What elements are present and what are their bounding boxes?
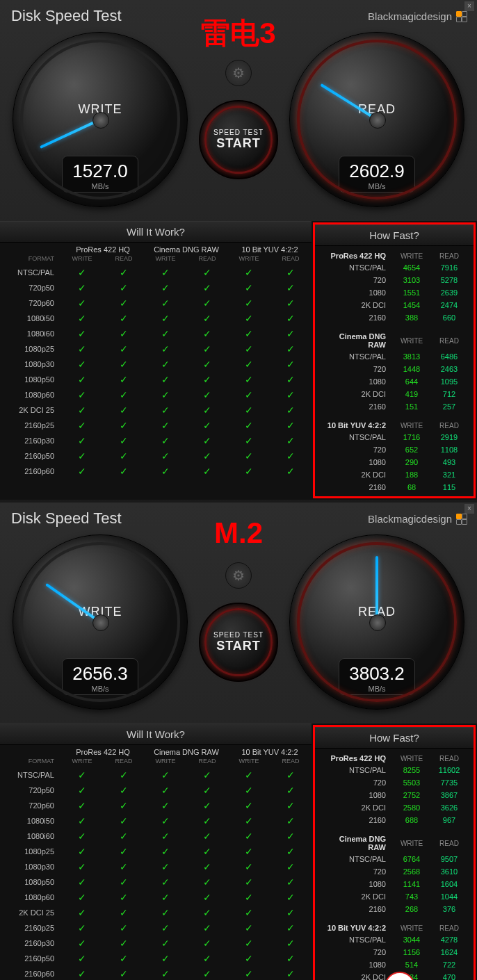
read-value: 4278 <box>430 936 468 944</box>
format-label: 1080p30 <box>0 863 61 871</box>
test-panel: ×Disk Speed TestBlackmagicdesign雷电3WRITE… <box>0 0 477 503</box>
check-icon: ✓ <box>145 435 186 446</box>
format-row: 2160p50✓✓✓✓✓✓ <box>0 951 312 966</box>
format-label: 2160p30 <box>0 939 61 947</box>
format-row: 1080p30✓✓✓✓✓✓ <box>0 357 312 372</box>
check-icon: ✓ <box>145 938 186 949</box>
check-icon: ✓ <box>61 907 103 918</box>
format-label: 720p60 <box>0 299 61 307</box>
format-row: 720p60✓✓✓✓✓✓ <box>0 798 312 813</box>
resolution-label: 1080 <box>321 880 393 888</box>
brand-logo-icon <box>456 11 466 21</box>
how-fast-title: How Fast? <box>315 727 474 749</box>
read-value: 3867 <box>430 791 468 799</box>
read-label: READ <box>358 605 396 619</box>
check-icon: ✓ <box>61 405 103 416</box>
resolution-label: 2K DCI <box>321 973 393 980</box>
write-header: WRITE <box>393 337 430 345</box>
check-icon: ✓ <box>61 297 103 309</box>
read-value: 660 <box>430 313 468 322</box>
read-value: 2639 <box>430 288 468 297</box>
read-value-display: 2602.9MB/s <box>339 156 415 193</box>
check-icon: ✓ <box>61 374 103 385</box>
check-icon: ✓ <box>270 846 312 857</box>
write-value-display: 1527.0MB/s <box>62 156 138 193</box>
how-fast-row: 72031035278 <box>321 274 468 286</box>
resolution-label: 2160 <box>321 483 393 491</box>
check-icon: ✓ <box>103 389 145 400</box>
check-icon: ✓ <box>228 343 270 354</box>
format-label: 1080p50 <box>0 375 61 384</box>
check-icon: ✓ <box>145 328 186 339</box>
resolution-label: 720 <box>321 867 393 876</box>
how-fast-row: NTSC/PAL825511602 <box>321 764 468 776</box>
read-value: 257 <box>430 402 468 411</box>
start-button[interactable]: SPEED TESTSTART <box>199 603 278 682</box>
check-icon: ✓ <box>270 405 312 416</box>
resolution-label: 1080 <box>321 288 393 297</box>
check-icon: ✓ <box>270 861 312 872</box>
read-value: 712 <box>430 390 468 398</box>
check-icon: ✓ <box>103 815 145 826</box>
check-icon: ✓ <box>61 466 103 477</box>
read-subheader: READ <box>270 758 312 765</box>
check-icon: ✓ <box>186 450 228 462</box>
write-header: WRITE <box>393 252 430 260</box>
format-label: NTSC/PAL <box>0 771 61 779</box>
check-icon: ✓ <box>270 359 312 370</box>
read-value: 7916 <box>430 263 468 272</box>
check-icon: ✓ <box>145 861 186 872</box>
write-gauge: WRITE2656.3MB/s <box>13 534 188 710</box>
write-value: 688 <box>393 816 430 824</box>
check-icon: ✓ <box>103 435 145 446</box>
check-icon: ✓ <box>186 907 228 918</box>
resolution-label: 720 <box>321 365 393 373</box>
check-icon: ✓ <box>145 297 186 309</box>
format-row: NTSC/PAL✓✓✓✓✓✓ <box>0 265 312 280</box>
write-value: 2580 <box>393 803 430 812</box>
format-label: 2160p50 <box>0 954 61 963</box>
settings-gear-icon[interactable]: ⚙ <box>225 60 252 86</box>
check-icon: ✓ <box>186 420 228 431</box>
read-value: 7735 <box>430 778 468 787</box>
read-value: 11602 <box>430 766 468 774</box>
resolution-label: NTSC/PAL <box>321 766 393 774</box>
check-icon: ✓ <box>270 435 312 446</box>
check-icon: ✓ <box>103 297 145 309</box>
check-icon: ✓ <box>186 861 228 872</box>
resolution-label: NTSC/PAL <box>321 855 393 863</box>
check-icon: ✓ <box>145 846 186 857</box>
read-subheader: READ <box>270 255 312 262</box>
format-row: 1080p60✓✓✓✓✓✓ <box>0 387 312 402</box>
check-icon: ✓ <box>103 968 145 979</box>
check-icon: ✓ <box>145 800 186 811</box>
check-icon: ✓ <box>228 831 270 842</box>
read-value: 5278 <box>430 276 468 284</box>
how-fast-row: 2K DCI14542474 <box>321 299 468 311</box>
check-icon: ✓ <box>186 328 228 339</box>
check-icon: ✓ <box>61 831 103 842</box>
check-icon: ✓ <box>145 374 186 385</box>
format-label: 720p60 <box>0 801 61 810</box>
check-icon: ✓ <box>61 861 103 872</box>
check-icon: ✓ <box>103 953 145 964</box>
gauge-needle-icon <box>375 556 378 622</box>
start-button[interactable]: SPEED TESTSTART <box>199 100 278 179</box>
read-header: READ <box>430 755 468 762</box>
check-icon: ✓ <box>103 405 145 416</box>
write-value: 6764 <box>393 855 430 863</box>
how-fast-row: 2160151257 <box>321 400 468 413</box>
codec-name: 10 Bit YUV 4:2:2 <box>321 924 393 932</box>
format-row: 2K DCI 25✓✓✓✓✓✓ <box>0 905 312 920</box>
check-icon: ✓ <box>228 328 270 339</box>
check-icon: ✓ <box>270 450 312 462</box>
check-icon: ✓ <box>61 450 103 462</box>
check-icon: ✓ <box>228 450 270 462</box>
write-value: 188 <box>393 471 430 479</box>
read-value-display: 3803.2MB/s <box>339 658 415 695</box>
format-label: 2K DCI 25 <box>0 908 61 917</box>
brand-label: Blackmagicdesign <box>368 10 466 22</box>
read-subheader: READ <box>186 255 228 262</box>
format-label: 2160p60 <box>0 970 61 978</box>
settings-gear-icon[interactable]: ⚙ <box>225 562 252 589</box>
